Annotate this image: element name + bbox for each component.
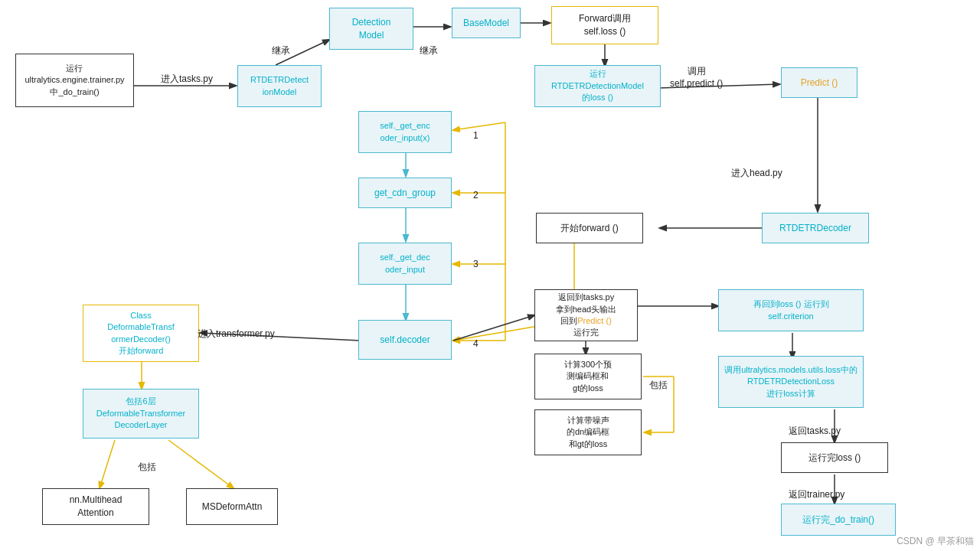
svg-line-23 (168, 440, 234, 488)
node-base-model-text: BaseModel (463, 17, 509, 30)
node-get-enc-input: self._get_encoder_input(x) (358, 111, 452, 153)
label-includes2: 包括 (649, 379, 668, 392)
node-self-decoder-text: self.decoder (380, 334, 430, 347)
node-rtdetr-loss: 运行RTDETRDetectionModel的loss () (534, 65, 661, 107)
node-forward-loss: Forward调用self.loss () (551, 6, 658, 44)
label-back-tasks: 返回tasks.py (789, 425, 841, 438)
node-run-do-train: 运行完_do_train() (781, 504, 896, 536)
node-start-forward-text: 开始forward () (560, 222, 618, 235)
label-num3: 3 (473, 259, 479, 269)
label-call-predict: 调用self.predict () (670, 65, 723, 89)
node-get-dec-input-text: self._get_decoder_input (380, 252, 430, 276)
node-ms-deform-text: MSDeformAttn (202, 500, 263, 514)
node-get-cdn-group: get_cdn_group (358, 178, 452, 208)
label-enter-head: 进入head.py (731, 167, 782, 180)
label-num4: 4 (473, 338, 479, 349)
node-calc-dn: 计算带噪声的dn编码框和gt的loss (534, 409, 642, 455)
svg-line-10 (453, 122, 505, 130)
node-detection-model: DetectionModel (329, 8, 413, 50)
node-calc-300: 计算300个预测编码框和gt的loss (534, 354, 642, 399)
label-enter-transformer: 进入transformer.py (198, 328, 275, 341)
node-ms-deform: MSDeformAttn (186, 488, 278, 525)
label-enter-tasks: 进入tasks.py (161, 73, 213, 86)
node-back-criterion: 再回到loss () 运行到self.criterion (718, 289, 864, 331)
node-run-trainer: 运行ultralytics.engine.trainer.py中_do_trai… (15, 54, 134, 107)
node-predict-fn: Predict () (781, 67, 858, 98)
label-num2: 2 (473, 190, 479, 201)
label-inherit1: 继承 (272, 44, 290, 57)
node-nn-multihead: nn.MultiheadAttention (42, 488, 149, 525)
node-forward-loss-text: Forward调用self.loss () (579, 12, 631, 38)
node-rtdetr-decoder: RTDETRDecoder (762, 213, 869, 243)
node-call-rtdetr-loss-text: 调用ultralytics.models.utils.loss中的RTDETRD… (724, 364, 858, 399)
node-predict-fn-text: Predict () (801, 77, 838, 90)
node-includes-6layer: 包括6层DeformableTransformerDecoderLayer (83, 389, 199, 439)
node-calc-300-text: 计算300个预测编码框和gt的loss (564, 359, 612, 394)
node-rtdetr-decoder-text: RTDETRDecoder (779, 222, 851, 235)
node-return-tasks-text: 返回到tasks.py拿到head头输出回到Predict ()运行完 (556, 292, 616, 339)
label-num1: 1 (473, 130, 479, 141)
label-includes1: 包括 (138, 461, 156, 474)
node-includes-6layer-text: 包括6层DeformableTransformerDecoderLayer (96, 396, 185, 431)
node-base-model: BaseModel (452, 8, 521, 38)
node-run-trainer-text: 运行ultralytics.engine.trainer.py中_do_trai… (24, 63, 124, 98)
node-class-deformable: ClassDeformableTransformerDecoder()开始for… (83, 305, 199, 362)
node-return-tasks: 返回到tasks.py拿到head头输出回到Predict ()运行完 (534, 289, 638, 341)
node-get-cdn-group-text: get_cdn_group (374, 187, 436, 200)
node-nn-multihead-text: nn.MultiheadAttention (70, 494, 122, 520)
diagram: 运行ultralytics.engine.trainer.py中_do_trai… (0, 0, 980, 551)
node-calc-dn-text: 计算带噪声的dn编码框和gt的loss (567, 415, 609, 450)
node-class-deformable-text: ClassDeformableTransformerDecoder()开始for… (107, 310, 175, 357)
node-get-dec-input: self._get_decoder_input (358, 243, 452, 285)
label-back-trainer: 返回trainer.py (789, 488, 844, 501)
label-inherit2: 继承 (420, 44, 438, 57)
node-detection-model-text: DetectionModel (352, 16, 391, 42)
node-start-forward: 开始forward () (536, 213, 643, 243)
node-self-decoder: self.decoder (358, 320, 452, 360)
node-rtdetr-detect-text: RTDETRDetectionModel (250, 74, 309, 98)
node-run-loss-complete: 运行完loss () (781, 442, 888, 473)
node-run-loss-complete-text: 运行完loss () (808, 452, 861, 465)
node-rtdetr-detect: RTDETRDetectionModel (237, 65, 322, 107)
svg-line-24 (453, 315, 534, 341)
node-call-rtdetr-loss: 调用ultralytics.models.utils.loss中的RTDETRD… (718, 356, 864, 408)
svg-line-22 (100, 440, 115, 488)
watermark: CSDN @ 早茶和猫 (897, 535, 974, 548)
node-get-enc-input-text: self._get_encoder_input(x) (380, 120, 430, 144)
node-run-do-train-text: 运行完_do_train() (802, 514, 874, 527)
node-back-criterion-text: 再回到loss () 运行到self.criterion (753, 298, 829, 322)
node-rtdetr-loss-text: 运行RTDETRDetectionModel的loss () (551, 68, 644, 103)
